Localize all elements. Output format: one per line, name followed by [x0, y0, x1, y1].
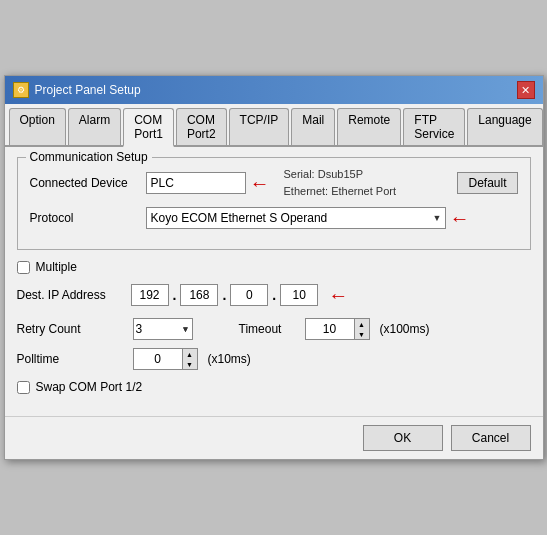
- connected-device-input-area: ←: [146, 172, 270, 194]
- protocol-row: Protocol Koyo ECOM Ethernet S Operand ←: [30, 207, 518, 229]
- ip-seg3[interactable]: [230, 284, 268, 306]
- polltime-input-wrapper: ▲ ▼: [133, 348, 198, 370]
- ip-dot-3: .: [272, 287, 276, 303]
- polltime-input[interactable]: [133, 348, 183, 370]
- title-bar-left: ⚙ Project Panel Setup: [13, 82, 141, 98]
- tab-com-port2[interactable]: COM Port2: [176, 108, 227, 145]
- tab-option[interactable]: Option: [9, 108, 66, 145]
- window-title: Project Panel Setup: [35, 83, 141, 97]
- tab-alarm[interactable]: Alarm: [68, 108, 121, 145]
- arrow-indicator-device: ←: [250, 173, 270, 193]
- timeout-spin-buttons: ▲ ▼: [355, 318, 370, 340]
- device-info-block: Serial: Dsub15P Ethernet: Ethernet Port: [284, 166, 397, 199]
- connected-device-label: Connected Device: [30, 176, 140, 190]
- serial-info: Serial: Dsub15P: [284, 166, 397, 183]
- footer: OK Cancel: [5, 416, 543, 459]
- ip-seg4[interactable]: [280, 284, 318, 306]
- retry-count-label: Retry Count: [17, 322, 127, 336]
- protocol-input-area: Koyo ECOM Ethernet S Operand ←: [146, 207, 470, 229]
- timeout-input-wrapper: ▲ ▼: [305, 318, 370, 340]
- ethernet-info: Ethernet: Ethernet Port: [284, 183, 397, 200]
- retry-timeout-row: Retry Count 3 1 2 4 5 ▼ Timeout ▲ ▼ (: [17, 318, 531, 340]
- timeout-label: Timeout: [239, 322, 299, 336]
- ok-button[interactable]: OK: [363, 425, 443, 451]
- ip-dot-2: .: [222, 287, 226, 303]
- polltime-up-button[interactable]: ▲: [183, 349, 197, 359]
- window-icon: ⚙: [13, 82, 29, 98]
- swap-com-checkbox[interactable]: [17, 381, 30, 394]
- ip-seg2[interactable]: [180, 284, 218, 306]
- retry-count-wrapper: 3 1 2 4 5 ▼: [133, 318, 193, 340]
- timeout-input[interactable]: [305, 318, 355, 340]
- ip-dot-1: .: [173, 287, 177, 303]
- multiple-checkbox[interactable]: [17, 261, 30, 274]
- ip-seg1[interactable]: [131, 284, 169, 306]
- swap-com-label: Swap COM Port 1/2: [36, 380, 143, 394]
- tab-mail[interactable]: Mail: [291, 108, 335, 145]
- dest-ip-row: Dest. IP Address . . . ←: [17, 284, 531, 306]
- connected-device-input[interactable]: [146, 172, 246, 194]
- tab-bar: Option Alarm COM Port1 COM Port2 TCP/IP …: [5, 104, 543, 147]
- dest-ip-label: Dest. IP Address: [17, 288, 127, 302]
- polltime-label: Polltime: [17, 352, 127, 366]
- comm-setup-group-label: Communication Setup: [26, 150, 152, 164]
- timeout-up-button[interactable]: ▲: [355, 319, 369, 329]
- cancel-button[interactable]: Cancel: [451, 425, 531, 451]
- main-window: ⚙ Project Panel Setup ✕ Option Alarm COM…: [4, 75, 544, 460]
- timeout-unit: (x100ms): [380, 322, 430, 336]
- connected-device-row: Connected Device ← Serial: Dsub15P Ether…: [30, 166, 518, 199]
- protocol-label: Protocol: [30, 211, 140, 225]
- polltime-down-button[interactable]: ▼: [183, 359, 197, 369]
- polltime-spin-buttons: ▲ ▼: [183, 348, 198, 370]
- tab-language[interactable]: Language: [467, 108, 542, 145]
- close-button[interactable]: ✕: [517, 81, 535, 99]
- polltime-unit: (x10ms): [208, 352, 251, 366]
- tab-tcp-ip[interactable]: TCP/IP: [229, 108, 290, 145]
- protocol-select-wrapper: Koyo ECOM Ethernet S Operand: [146, 207, 446, 229]
- tab-com-port1[interactable]: COM Port1: [123, 108, 174, 147]
- title-bar: ⚙ Project Panel Setup ✕: [5, 76, 543, 104]
- tab-ftp-service[interactable]: FTP Service: [403, 108, 465, 145]
- default-button[interactable]: Default: [457, 172, 517, 194]
- timeout-down-button[interactable]: ▼: [355, 329, 369, 339]
- arrow-indicator-ip: ←: [328, 285, 348, 305]
- multiple-checkbox-row: Multiple: [17, 260, 531, 274]
- tab-remote[interactable]: Remote: [337, 108, 401, 145]
- arrow-indicator-protocol: ←: [450, 208, 470, 228]
- polltime-row: Polltime ▲ ▼ (x10ms): [17, 348, 531, 370]
- protocol-select[interactable]: Koyo ECOM Ethernet S Operand: [146, 207, 446, 229]
- comm-setup-group: Communication Setup Connected Device ← S…: [17, 157, 531, 250]
- swap-com-row: Swap COM Port 1/2: [17, 380, 531, 394]
- main-content: Communication Setup Connected Device ← S…: [5, 147, 543, 416]
- retry-count-select[interactable]: 3 1 2 4 5: [133, 318, 193, 340]
- multiple-label: Multiple: [36, 260, 77, 274]
